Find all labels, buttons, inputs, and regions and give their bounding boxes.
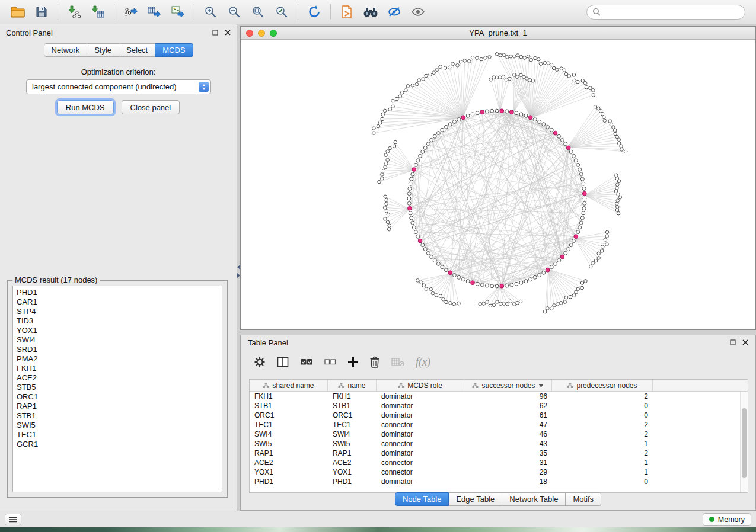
import-network-icon: [68, 5, 81, 18]
table-cell: connector: [377, 459, 464, 467]
close-window-icon[interactable]: [246, 30, 253, 37]
deselect-all-button[interactable]: [324, 357, 336, 367]
mcds-result-item[interactable]: STB1: [17, 411, 218, 421]
status-menu-button[interactable]: [5, 514, 21, 525]
criterion-select[interactable]: largest connected component (undirected): [26, 79, 211, 94]
import-table-button[interactable]: [86, 2, 110, 21]
export-network-button[interactable]: [119, 2, 142, 21]
zoom-out-button[interactable]: [222, 2, 246, 21]
save-session-button[interactable]: [30, 2, 53, 21]
table-row[interactable]: TEC1TEC1connector472: [250, 420, 740, 430]
mcds-result-item[interactable]: PMA2: [17, 354, 218, 364]
memory-button[interactable]: Memory: [703, 513, 751, 526]
binoculars-icon: [363, 6, 378, 18]
network-window-titlebar[interactable]: YPA_prune.txt_1: [241, 27, 755, 40]
mcds-result-item[interactable]: SWI5: [17, 421, 218, 430]
toolbar-separator: [58, 4, 58, 20]
search-input[interactable]: [604, 8, 739, 17]
mcds-result-item[interactable]: ACE2: [17, 373, 218, 383]
export-network-icon: [124, 5, 138, 18]
clone-network-button[interactable]: [335, 2, 359, 21]
select-all-button[interactable]: [300, 357, 313, 367]
column-header-shared-name[interactable]: shared name: [250, 380, 328, 391]
mcds-result-item[interactable]: RAP1: [17, 402, 218, 411]
toolbar-separator: [194, 4, 194, 20]
minimize-window-icon[interactable]: [258, 30, 265, 37]
mcds-result-item[interactable]: TEC1: [17, 430, 218, 440]
close-panel-button[interactable]: Close panel: [122, 100, 180, 114]
mcds-result-item[interactable]: TID3: [17, 316, 218, 326]
export-image-button[interactable]: [166, 2, 190, 21]
table-row[interactable]: ORC1ORC1dominator610: [250, 411, 740, 420]
mcds-result-item[interactable]: GCR1: [17, 440, 218, 449]
tab-network-table[interactable]: Network Table: [502, 492, 566, 506]
run-mcds-button[interactable]: Run MCDS: [57, 100, 114, 114]
delete-columns-button[interactable]: [369, 356, 380, 368]
table-cell: 96: [464, 392, 552, 400]
table-row[interactable]: SWI5SWI5connector431: [250, 439, 740, 448]
mcds-result-item[interactable]: SWI4: [17, 335, 218, 345]
tab-select[interactable]: Select: [119, 43, 155, 57]
column-header-successor-nodes[interactable]: successor nodes: [464, 380, 552, 391]
tab-node-table[interactable]: Node Table: [395, 492, 449, 506]
search-box[interactable]: [586, 5, 745, 20]
mcds-result-item[interactable]: STP4: [17, 307, 218, 316]
zoom-selected-icon: [275, 5, 288, 18]
tab-network[interactable]: Network: [43, 43, 87, 57]
tab-motifs[interactable]: Motifs: [566, 492, 601, 506]
mcds-result-item[interactable]: ORC1: [17, 392, 218, 402]
export-table-button[interactable]: [142, 2, 166, 21]
import-network-button[interactable]: [62, 2, 86, 21]
float-table-panel-icon[interactable]: [730, 338, 736, 347]
table-scrollbar[interactable]: [740, 392, 748, 492]
refresh-view-button[interactable]: [302, 2, 326, 21]
table-row[interactable]: SWI4SWI4dominator462: [250, 430, 740, 439]
zoom-fit-button[interactable]: [246, 2, 270, 21]
tab-edge-table[interactable]: Edge Table: [449, 492, 502, 506]
close-panel-icon[interactable]: [225, 28, 231, 37]
network-canvas[interactable]: [241, 40, 755, 329]
plus-icon: [347, 357, 358, 367]
mcds-result-list[interactable]: PHD1CAR1STP4TID3YOX1SWI4SRD1PMA2FKH1ACE2…: [12, 286, 222, 492]
table-row[interactable]: STB1STB1dominator620: [250, 401, 740, 411]
zoom-fit-icon: [251, 5, 264, 18]
table-cell: SWI4: [250, 430, 328, 438]
toggle-graphics-details-button[interactable]: [382, 2, 406, 21]
tab-style[interactable]: Style: [87, 43, 119, 57]
table-row[interactable]: FKH1FKH1dominator962: [250, 392, 740, 401]
mcds-result-item[interactable]: YOX1: [17, 326, 218, 335]
table-cell: STB1: [250, 402, 328, 410]
table-row[interactable]: RAP1RAP1dominator352: [250, 448, 740, 458]
table-cell: dominator: [377, 477, 464, 486]
table-cell: ORC1: [328, 411, 377, 419]
column-header-mcds-role[interactable]: MCDS role: [377, 380, 464, 391]
open-session-button[interactable]: [6, 2, 30, 21]
table-row[interactable]: PHD1PHD1dominator180: [250, 477, 740, 486]
find-button[interactable]: [359, 2, 382, 21]
mcds-result-item[interactable]: FKH1: [17, 364, 218, 373]
table-row[interactable]: ACE2ACE2connector311: [250, 458, 740, 467]
close-table-panel-icon[interactable]: [742, 338, 748, 347]
mcds-result-item[interactable]: STB5: [17, 383, 218, 392]
tab-mcds[interactable]: MCDS: [155, 43, 193, 57]
zoom-out-icon: [228, 5, 241, 18]
zoom-in-button[interactable]: [199, 2, 222, 21]
column-header-predecessor-nodes[interactable]: predecessor nodes: [552, 380, 653, 391]
mcds-result-item[interactable]: SRD1: [17, 345, 218, 354]
add-column-button[interactable]: [347, 357, 358, 367]
table-row[interactable]: YOX1YOX1connector291: [250, 467, 740, 477]
mcds-result-item[interactable]: PHD1: [17, 288, 218, 297]
show-columns-button[interactable]: [277, 357, 289, 367]
table-settings-button[interactable]: [254, 356, 266, 368]
mcds-result-item[interactable]: CAR1: [17, 297, 218, 307]
show-graphics-details-button[interactable]: [406, 2, 430, 21]
table-cell: dominator: [377, 430, 464, 438]
toolbar-separator: [114, 4, 114, 20]
maximize-window-icon[interactable]: [270, 30, 277, 37]
control-panel: Control Panel Network Style Select MCDS …: [0, 24, 237, 511]
column-header-name[interactable]: name: [328, 380, 377, 391]
column-label: predecessor nodes: [576, 382, 637, 390]
zoom-selected-button[interactable]: [270, 2, 294, 21]
scrollbar-thumb[interactable]: [742, 408, 747, 478]
float-panel-icon[interactable]: [212, 28, 218, 37]
